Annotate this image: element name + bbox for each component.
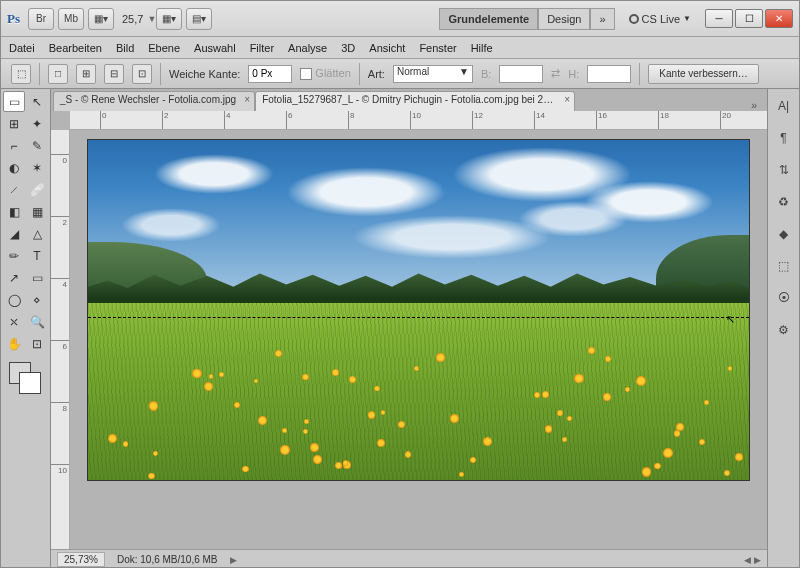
menu-ansicht[interactable]: Ansicht (369, 42, 405, 54)
document-tabs: _S - © Rene Wechsler - Fotolia.com.jpg× … (51, 89, 767, 111)
cs-live-button[interactable]: CS Live▼ (621, 13, 699, 25)
width-label: B: (481, 68, 491, 80)
tool-8[interactable]: ⟋ (3, 179, 25, 200)
workspace-tab-design[interactable]: Design (538, 8, 590, 30)
status-zoom[interactable]: 25,73% (57, 552, 105, 567)
maximize-button[interactable]: ☐ (735, 9, 763, 28)
app-icon: Ps (7, 11, 20, 27)
refine-edge-button[interactable]: Kante verbessern… (648, 64, 758, 84)
toolbox: ▭↖⊞✦⌐✎◐✶⟋🩹◧▦◢△✏T↗▭◯⋄⤬🔍✋⊡ (1, 89, 51, 568)
antialias-checkbox (300, 68, 312, 80)
tool-10[interactable]: ◧ (3, 201, 25, 222)
marquee-tool-preset[interactable]: ⬚ (11, 64, 31, 84)
selection-new[interactable]: □ (48, 64, 68, 84)
marquee-selection (88, 317, 749, 318)
tabs-overflow[interactable]: » (741, 99, 767, 111)
style-select[interactable]: Normal ▼ (393, 65, 473, 83)
menu-ebene[interactable]: Ebene (148, 42, 180, 54)
arrange-button[interactable]: ▦▾ (156, 8, 182, 30)
tool-17[interactable]: ▭ (26, 267, 48, 288)
background-color[interactable] (19, 372, 41, 394)
tool-23[interactable]: ⊡ (26, 333, 48, 354)
workspace-tab-grundelemente[interactable]: Grundelemente (439, 8, 538, 30)
menu-analyse[interactable]: Analyse (288, 42, 327, 54)
titlebar: Ps Br Mb ▦▾ 25,7▼ ▦▾ ▤▾ Grundelemente De… (1, 1, 799, 37)
canvas-grass (88, 303, 749, 480)
tool-15[interactable]: T (26, 245, 48, 266)
tool-6[interactable]: ◐ (3, 157, 25, 178)
selection-subtract[interactable]: ⊟ (104, 64, 124, 84)
ruler-vertical[interactable]: 0246810 (51, 130, 70, 549)
tool-13[interactable]: △ (26, 223, 48, 244)
ruler-horizontal[interactable]: 02468101214161820 (70, 111, 767, 130)
dock-icon-6[interactable]: ⦿ (773, 287, 795, 309)
minibridge-button[interactable]: Mb (58, 8, 84, 30)
width-input (499, 65, 543, 83)
dock-icon-2[interactable]: ⇅ (773, 159, 795, 181)
antialias-label: Glätten (315, 67, 350, 79)
tool-19[interactable]: ⋄ (26, 289, 48, 310)
status-doc-size[interactable]: Dok: 10,6 MB/10,6 MB (117, 554, 218, 565)
tool-0[interactable]: ▭ (3, 91, 25, 112)
dock-icon-1[interactable]: ¶ (773, 127, 795, 149)
close-icon[interactable]: × (564, 94, 570, 105)
view-extras-button[interactable]: ▤▾ (186, 8, 212, 30)
options-bar: ⬚ □ ⊞ ⊟ ⊡ Weiche Kante: Glätten Art: Nor… (1, 59, 799, 89)
tool-7[interactable]: ✶ (26, 157, 48, 178)
tool-14[interactable]: ✏ (3, 245, 25, 266)
dock-icon-7[interactable]: ⚙ (773, 319, 795, 341)
zoom-value[interactable]: 25,7 (122, 13, 143, 25)
close-button[interactable]: ✕ (765, 9, 793, 28)
tool-21[interactable]: 🔍 (26, 311, 48, 332)
tool-5[interactable]: ✎ (26, 135, 48, 156)
screen-mode-button[interactable]: ▦▾ (88, 8, 114, 30)
menu-fenster[interactable]: Fenster (419, 42, 456, 54)
cursor-icon: ↖ (726, 313, 735, 326)
tool-3[interactable]: ✦ (26, 113, 48, 134)
color-swatches[interactable] (3, 360, 48, 396)
selection-intersect[interactable]: ⊡ (132, 64, 152, 84)
tool-9[interactable]: 🩹 (26, 179, 48, 200)
height-input (587, 65, 631, 83)
dock-icon-0[interactable]: A| (773, 95, 795, 117)
close-icon[interactable]: × (244, 94, 250, 105)
minimize-button[interactable]: ─ (705, 9, 733, 28)
menu-hilfe[interactable]: Hilfe (471, 42, 493, 54)
tool-4[interactable]: ⌐ (3, 135, 25, 156)
dock-icon-4[interactable]: ◆ (773, 223, 795, 245)
tool-16[interactable]: ↗ (3, 267, 25, 288)
menu-filter[interactable]: Filter (250, 42, 274, 54)
right-dock: A|¶⇅♻◆⬚⦿⚙ (767, 89, 799, 568)
tool-20[interactable]: ⤬ (3, 311, 25, 332)
menubar: Datei Bearbeiten Bild Ebene Auswahl Filt… (1, 37, 799, 59)
dock-icon-3[interactable]: ♻ (773, 191, 795, 213)
style-label: Art: (368, 68, 385, 80)
workspace-more[interactable]: » (590, 8, 614, 30)
height-label: H: (568, 68, 579, 80)
selection-add[interactable]: ⊞ (76, 64, 96, 84)
status-bar: 25,73% Dok: 10,6 MB/10,6 MB ▶ ◀ ▶ (51, 549, 767, 568)
menu-auswahl[interactable]: Auswahl (194, 42, 236, 54)
tool-1[interactable]: ↖ (26, 91, 48, 112)
menu-datei[interactable]: Datei (9, 42, 35, 54)
tool-2[interactable]: ⊞ (3, 113, 25, 134)
document-tab-1[interactable]: _S - © Rene Wechsler - Fotolia.com.jpg× (53, 91, 255, 111)
menu-3d[interactable]: 3D (341, 42, 355, 54)
bridge-button[interactable]: Br (28, 8, 54, 30)
feather-label: Weiche Kante: (169, 68, 240, 80)
tool-11[interactable]: ▦ (26, 201, 48, 222)
dock-icon-5[interactable]: ⬚ (773, 255, 795, 277)
canvas[interactable]: ↖ (88, 140, 749, 480)
menu-bild[interactable]: Bild (116, 42, 134, 54)
menu-bearbeiten[interactable]: Bearbeiten (49, 42, 102, 54)
tool-12[interactable]: ◢ (3, 223, 25, 244)
feather-input[interactable] (248, 65, 292, 83)
document-tab-2[interactable]: Fotolia_15279687_L - © Dmitry Pichugin -… (255, 91, 575, 111)
tool-18[interactable]: ◯ (3, 289, 25, 310)
tool-22[interactable]: ✋ (3, 333, 25, 354)
